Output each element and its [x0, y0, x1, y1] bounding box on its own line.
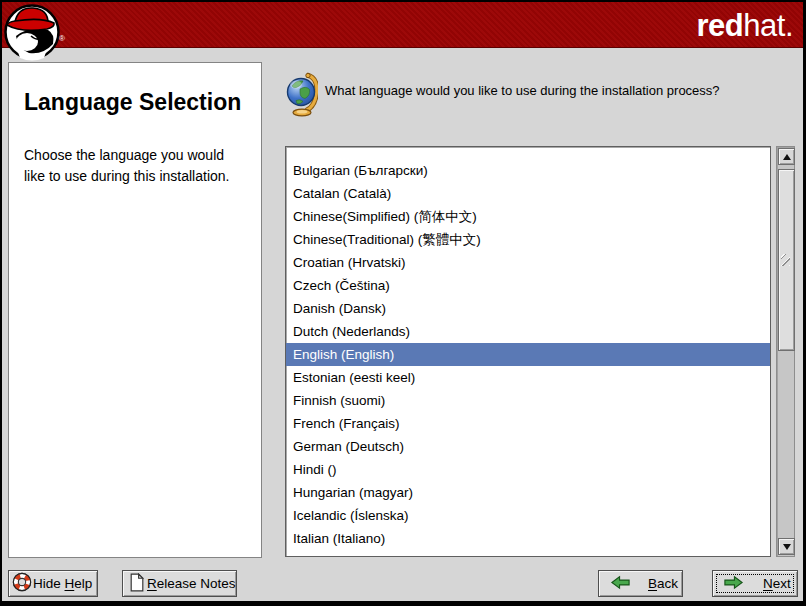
language-option[interactable]: Bulgarian (Български)	[286, 159, 770, 182]
language-option[interactable]: Chinese(Simplified) (简体中文)	[286, 205, 770, 228]
page-title: Language Selection	[24, 89, 246, 116]
language-option[interactable]: Croatian (Hrvatski)	[286, 251, 770, 274]
language-option[interactable]: Estonian (eesti keel)	[286, 366, 770, 389]
globe-icon	[286, 72, 318, 117]
language-option[interactable]: Hungarian (magyar)	[286, 481, 770, 504]
hide-help-button[interactable]: Hide Help	[8, 570, 98, 597]
triangle-up-icon	[783, 154, 791, 160]
scroll-down-button[interactable]	[778, 538, 795, 555]
next-label: Next	[763, 576, 791, 591]
language-option[interactable]: Icelandic (Íslenska)	[286, 504, 770, 527]
back-button[interactable]: Back	[598, 570, 683, 597]
logotype-hat: hat.	[743, 8, 793, 43]
redhat-shadowman-logo-icon	[3, 3, 61, 61]
question-text: What language would you like to use duri…	[325, 82, 720, 100]
language-option[interactable]: Italian (Italiano)	[286, 527, 770, 550]
document-icon	[129, 573, 145, 595]
language-list-scrollbar[interactable]	[776, 146, 795, 557]
scrollbar-thumb[interactable]	[778, 169, 795, 351]
installer-window: ® redhat. Language Selection Choose the …	[2, 2, 803, 601]
logotype-red: red	[697, 8, 744, 43]
language-option[interactable]: Catalan (Català)	[286, 182, 770, 205]
language-option[interactable]: Czech (Čeština)	[286, 274, 770, 297]
language-option[interactable]: English (English)	[286, 343, 770, 366]
language-list[interactable]: Bulgarian (Български)Catalan (Català)Chi…	[285, 146, 771, 557]
language-option[interactable]: Finnish (suomi)	[286, 389, 770, 412]
header-banner	[2, 2, 803, 48]
hide-help-label: Hide Help	[33, 576, 92, 591]
scroll-up-button[interactable]	[778, 148, 795, 165]
registered-trademark: ®	[59, 34, 65, 43]
arrow-left-icon	[610, 575, 631, 593]
arrow-right-icon	[723, 575, 744, 593]
help-text: Choose the language you would like to us…	[24, 145, 246, 187]
language-option[interactable]: Danish (Dansk)	[286, 297, 770, 320]
life-preserver-icon	[12, 572, 32, 595]
language-option[interactable]: Chinese(Traditional) (繁體中文)	[286, 228, 770, 251]
language-option[interactable]: Dutch (Nederlands)	[286, 320, 770, 343]
release-notes-label: Release Notes	[147, 576, 236, 591]
next-button[interactable]: Next	[712, 570, 798, 597]
release-notes-button[interactable]: Release Notes	[122, 570, 237, 597]
language-option[interactable]: Hindi ()	[286, 458, 770, 481]
help-panel: Language Selection Choose the language y…	[8, 62, 262, 558]
language-option[interactable]: French (Français)	[286, 412, 770, 435]
triangle-down-icon	[783, 544, 791, 550]
redhat-logotype: redhat.	[697, 8, 793, 44]
back-label: Back	[648, 576, 678, 591]
language-option[interactable]: German (Deutsch)	[286, 435, 770, 458]
scrollbar-grip	[781, 254, 790, 266]
